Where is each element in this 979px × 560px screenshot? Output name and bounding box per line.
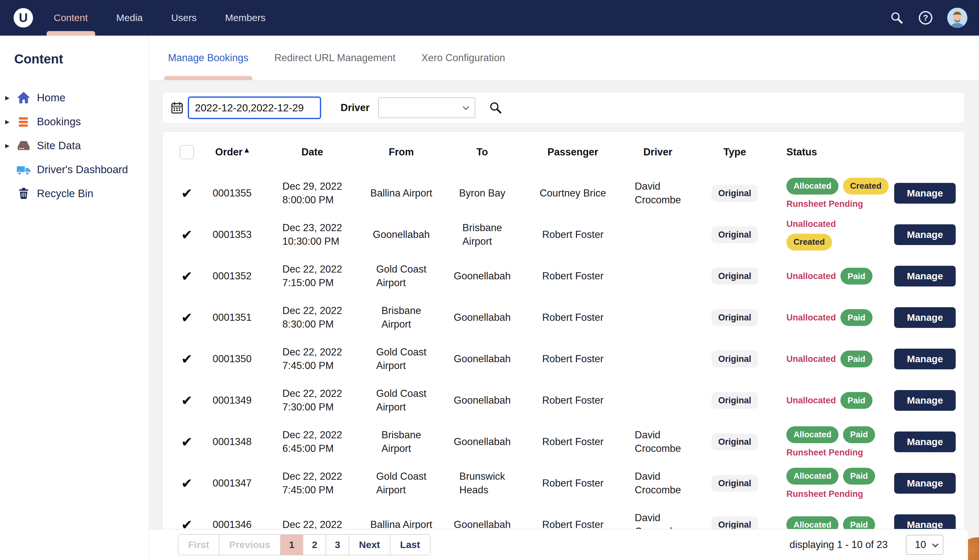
row-check-icon[interactable]: ✔ <box>181 310 192 326</box>
header-label: Driver <box>643 146 672 158</box>
status-line: Runsheet Pending <box>786 199 863 209</box>
previous-page-button[interactable]: Previous <box>220 535 281 555</box>
type-cell: Original <box>694 226 776 243</box>
header-driver[interactable]: Driver <box>622 146 694 158</box>
sidebar-item-drivers-dashboard[interactable]: Driver's Dashboard <box>0 158 148 182</box>
manage-button[interactable]: Manage <box>894 390 956 411</box>
to-cell: Goonellabah <box>441 393 524 407</box>
type-cell: Original <box>694 309 776 326</box>
main-workspace: Manage Bookings Redirect URL Management … <box>149 36 979 560</box>
user-avatar[interactable] <box>947 8 967 28</box>
search-icon[interactable] <box>890 11 904 25</box>
row-check-icon[interactable]: ✔ <box>181 434 192 450</box>
header-label: Status <box>786 146 817 158</box>
page-2-button[interactable]: 2 <box>304 535 326 555</box>
sidebar-item-recycle-bin[interactable]: Recycle Bin <box>0 182 148 205</box>
pager-label: Next <box>359 539 380 550</box>
nav-item-users[interactable]: Users <box>157 0 211 36</box>
type-badge: Original <box>712 350 757 367</box>
sort-asc-icon: ▲ <box>244 146 249 153</box>
date-range-input[interactable] <box>188 97 321 119</box>
manage-button[interactable]: Manage <box>894 224 956 245</box>
status-badge: Paid <box>843 468 875 485</box>
top-nav-sections: Content Media Users Members <box>40 0 280 36</box>
from-cell: Goonellabah <box>362 228 441 242</box>
manage-button[interactable]: Manage <box>894 473 956 493</box>
passenger-cell: Robert Foster <box>524 352 622 366</box>
header-label: To <box>477 146 488 158</box>
manage-button[interactable]: Manage <box>894 348 956 369</box>
passenger-cell: Robert Foster <box>524 477 622 490</box>
driver-select[interactable] <box>378 97 475 118</box>
tab-redirect-url-management[interactable]: Redirect URL Management <box>274 36 395 80</box>
header-to[interactable]: To <box>441 146 524 158</box>
next-page-button[interactable]: Next <box>349 535 390 555</box>
expand-caret-icon[interactable]: ▶ <box>5 95 16 101</box>
header-label: Passenger <box>547 146 598 158</box>
first-page-button[interactable]: First <box>178 535 220 555</box>
umbraco-logo[interactable]: U <box>13 8 33 28</box>
status-line: Unallocated <box>786 219 836 229</box>
row-check-icon[interactable]: ✔ <box>181 351 192 367</box>
page-1-button[interactable]: 1 <box>281 535 304 555</box>
manage-button[interactable]: Manage <box>894 432 956 452</box>
last-page-button[interactable]: Last <box>390 535 430 555</box>
trash-icon <box>16 186 31 201</box>
header-date[interactable]: Date <box>263 146 362 158</box>
actions-cell: Manage <box>894 348 956 369</box>
manage-button[interactable]: Manage <box>894 266 956 287</box>
actions-cell: Manage <box>894 390 956 411</box>
row-check-icon[interactable]: ✔ <box>181 227 192 243</box>
status-text: Runsheet Pending <box>786 489 863 499</box>
from-cell: Gold Coast Airport <box>362 470 441 497</box>
sidebar-item-bookings[interactable]: ▶ Bookings <box>0 110 148 134</box>
header-passenger[interactable]: Passenger <box>524 146 622 158</box>
pager-label: Last <box>400 539 420 550</box>
sidebar-item-label: Home <box>37 92 65 104</box>
select-all-checkbox[interactable] <box>180 145 194 159</box>
list-icon <box>16 114 31 129</box>
table-row: ✔ 0001351 Dec 22, 20228:30:00 PM Brisban… <box>172 297 955 338</box>
sidebar-item-site-data[interactable]: ▶ Site Data <box>0 134 148 158</box>
status-line: Runsheet Pending <box>786 448 863 458</box>
order-cell: 0001350 <box>201 352 263 366</box>
help-icon[interactable]: ? <box>918 10 933 25</box>
table-row: ✔ 0001347 Dec 22, 20227:45:00 PM Gold Co… <box>172 463 955 504</box>
row-check-icon[interactable]: ✔ <box>181 268 192 284</box>
calendar-icon[interactable] <box>171 102 183 114</box>
status-badge: Paid <box>841 309 872 326</box>
manage-button[interactable]: Manage <box>894 307 956 328</box>
page-3-button[interactable]: 3 <box>326 535 349 555</box>
row-check-icon[interactable]: ✔ <box>181 185 192 201</box>
expand-caret-icon[interactable]: ▶ <box>5 142 16 149</box>
truck-icon <box>16 162 31 177</box>
status-cell: UnallocatedPaid <box>776 307 894 328</box>
nav-item-content[interactable]: Content <box>40 0 102 36</box>
to-cell: Byron Bay <box>441 187 524 200</box>
header-type[interactable]: Type <box>694 146 776 158</box>
tab-manage-bookings[interactable]: Manage Bookings <box>168 36 249 80</box>
tab-label: Xero Configuration <box>422 52 505 64</box>
header-order[interactable]: Order ▲ <box>201 146 263 158</box>
header-status[interactable]: Status <box>776 146 894 158</box>
type-cell: Original <box>694 350 776 367</box>
filter-search-icon[interactable] <box>489 101 502 115</box>
header-from[interactable]: From <box>362 146 441 158</box>
status-badge: Paid <box>841 392 872 409</box>
row-check-icon[interactable]: ✔ <box>181 475 192 492</box>
content-tree-sidebar: Content ▶ Home ▶ Bookings ▶ Site Data <box>0 36 149 560</box>
page-size-select[interactable]: 10 <box>906 535 943 555</box>
manage-button[interactable]: Manage <box>894 183 956 203</box>
sidebar-item-home[interactable]: ▶ Home <box>0 86 148 110</box>
from-cell: Gold Coast Airport <box>362 387 441 414</box>
tab-xero-configuration[interactable]: Xero Configuration <box>422 36 505 80</box>
date-cell: Dec 23, 202210:30:00 PM <box>263 221 362 248</box>
nav-item-media[interactable]: Media <box>102 0 157 36</box>
to-cell: Goonellabah <box>441 311 524 324</box>
filter-bar: Driver <box>162 92 965 123</box>
row-check-icon[interactable]: ✔ <box>181 393 192 408</box>
nav-item-members[interactable]: Members <box>211 0 280 36</box>
date-cell: Dec 22, 20227:30:00 PM <box>263 387 362 414</box>
expand-caret-icon[interactable]: ▶ <box>5 118 16 125</box>
passenger-cell: Robert Foster <box>524 311 622 324</box>
